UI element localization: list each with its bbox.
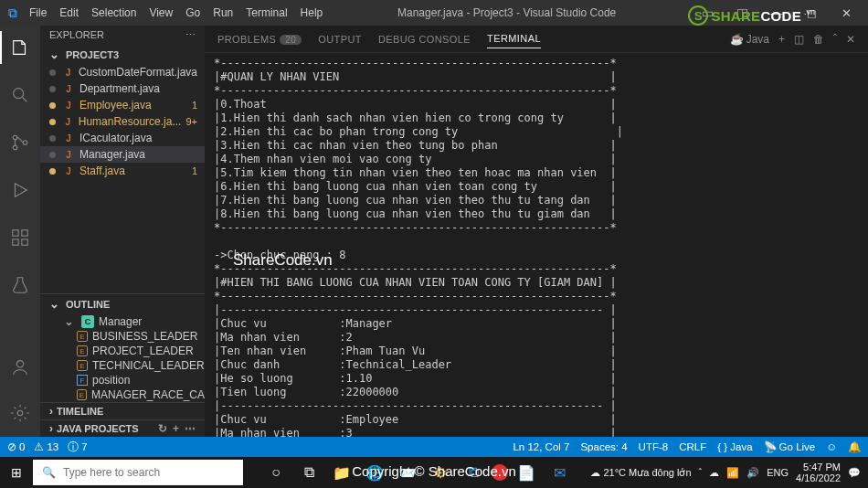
file-name: Manager.java	[79, 148, 145, 161]
activity-run-debug-icon[interactable]	[0, 174, 40, 207]
java-file-icon: J	[62, 148, 75, 161]
tray-language[interactable]: ENG	[767, 467, 789, 478]
file-name: HumanResource.ja...	[79, 115, 182, 128]
menu-run[interactable]: Run	[213, 6, 233, 19]
java-file-icon: J	[62, 115, 74, 128]
outline-symbol-icon: F	[77, 375, 88, 386]
activity-extensions-icon[interactable]	[0, 221, 40, 254]
status-feedback-icon[interactable]: ☺	[826, 441, 837, 452]
terminal-add-icon[interactable]: +	[778, 33, 785, 46]
outline-symbol-icon: E	[77, 389, 87, 400]
app-icon[interactable]: 📨	[393, 459, 422, 486]
status-eol[interactable]: CRLF	[679, 441, 706, 452]
file-item[interactable]: JEmployee.java1	[40, 97, 205, 113]
file-item[interactable]: JManager.java	[40, 146, 205, 163]
menu-selection[interactable]: Selection	[91, 6, 136, 19]
svg-rect-4	[13, 230, 18, 236]
terminal-profile[interactable]: ☕ Java	[730, 33, 769, 46]
terminal-split-icon[interactable]: ◫	[794, 33, 804, 46]
task-view-icon[interactable]: ⧉	[294, 459, 323, 486]
java-projects-section[interactable]: JAVA PROJECTS	[57, 423, 139, 434]
activity-settings-icon[interactable]	[0, 397, 40, 430]
tray-cloud-icon[interactable]: ☁	[709, 467, 719, 479]
panel-close-icon[interactable]: ✕	[846, 33, 855, 46]
tray-volume-icon[interactable]: 🔊	[746, 467, 759, 479]
panel-tab-debug-console[interactable]: DEBUG CONSOLE	[378, 30, 471, 48]
status-cursor[interactable]: Ln 12, Col 7	[513, 441, 569, 452]
file-item[interactable]: JCustomDateFormat.java	[40, 64, 205, 80]
outline-item[interactable]: Fposition	[40, 373, 205, 387]
status-bell-icon[interactable]: 🔔	[848, 440, 861, 453]
app-icon[interactable]: ⚙	[426, 459, 455, 486]
activity-account-icon[interactable]	[0, 351, 40, 384]
status-encoding[interactable]: UTF-8	[639, 441, 669, 452]
tray-notification-icon[interactable]: 💬	[848, 467, 861, 479]
more-icon[interactable]: ⋯	[185, 422, 196, 435]
file-item[interactable]: JICaculator.java	[40, 130, 205, 146]
app-icon[interactable]: ✉	[545, 459, 574, 486]
activity-source-control-icon[interactable]	[0, 126, 40, 159]
java-file-icon: J	[62, 99, 75, 111]
activity-search-icon[interactable]	[0, 79, 40, 111]
chevron-up-icon[interactable]: ˆ	[833, 33, 837, 46]
svg-rect-6	[13, 239, 18, 245]
terminal-trash-icon[interactable]: 🗑	[813, 33, 824, 46]
outline-item-label: PROJECT_LEADER	[92, 345, 194, 357]
tray-chevron-icon[interactable]: ˆ	[699, 467, 703, 478]
activity-testing-icon[interactable]	[0, 269, 40, 302]
svg-point-9	[17, 410, 23, 416]
file-item[interactable]: JHumanResource.ja...9+	[40, 113, 205, 130]
status-language[interactable]: { } Java	[717, 441, 752, 452]
vscode-app-icon[interactable]: ⧉	[459, 459, 488, 486]
outline-item[interactable]: EBUSINESS_LEADER	[40, 329, 205, 344]
app-icon[interactable]: 📁	[327, 459, 356, 486]
status-golive[interactable]: 📡Go Live	[764, 440, 816, 453]
app-icon[interactable]	[492, 464, 508, 481]
menu-terminal[interactable]: Terminal	[246, 6, 287, 19]
status-spaces[interactable]: Spaces: 4	[580, 441, 627, 452]
java-file-icon: J	[62, 82, 75, 95]
windows-start-button[interactable]: ⊞	[0, 457, 33, 488]
activity-explorer-icon[interactable]	[0, 31, 40, 64]
refresh-icon[interactable]: ↻	[158, 422, 167, 435]
tray-wifi-icon[interactable]: 📶	[726, 467, 739, 479]
taskbar-search[interactable]: 🔍 Type here to search	[33, 460, 243, 485]
menu-go[interactable]: Go	[185, 6, 200, 19]
outline-label[interactable]: OUTLINE	[66, 299, 110, 310]
vscode-icon: ⧉	[0, 5, 26, 21]
file-item[interactable]: JStaff.java1	[40, 163, 205, 179]
panel-tab-problems[interactable]: PROBLEMS20	[217, 30, 302, 48]
explorer-more-icon[interactable]: ⋯	[185, 29, 196, 41]
svg-rect-5	[22, 230, 27, 236]
add-icon[interactable]: +	[173, 422, 179, 435]
outline-symbol-icon: E	[77, 345, 88, 356]
tray-clock[interactable]: 5:47 PM 4/16/2022	[796, 461, 841, 483]
java-file-icon: J	[62, 164, 75, 177]
file-item[interactable]: JDepartment.java	[40, 80, 205, 97]
project-name[interactable]: PROJECT3	[66, 49, 119, 60]
terminal-output[interactable]: *---------------------------------------…	[205, 53, 868, 437]
close-button[interactable]: ✕	[830, 0, 863, 26]
status-warnings[interactable]: ⚠13	[34, 440, 58, 453]
panel-tab-terminal[interactable]: TERMINAL	[487, 29, 541, 48]
app-icon[interactable]: 📄	[512, 459, 541, 486]
menu-file[interactable]: File	[29, 6, 47, 19]
weather-widget[interactable]: ☁ 21°C Mưa đông lớn	[590, 467, 691, 479]
panel-tab-output[interactable]: OUTPUT	[318, 30, 362, 48]
menu-view[interactable]: View	[149, 6, 173, 19]
file-name: ICaculator.java	[79, 132, 152, 144]
outline-item[interactable]: EMANAGER_RACE_CA	[40, 387, 205, 402]
outline-root[interactable]: Manager	[99, 315, 142, 328]
search-icon: 🔍	[42, 466, 56, 479]
status-info[interactable]: ⓘ7	[68, 440, 87, 454]
outline-item[interactable]: EPROJECT_LEADER	[40, 344, 205, 358]
outline-item[interactable]: ETECHNICAL_LEADER	[40, 358, 205, 373]
timeline-section[interactable]: TIMELINE	[57, 406, 103, 417]
file-badge: 1	[192, 100, 197, 111]
status-errors[interactable]: ⊘0	[7, 440, 25, 453]
svg-point-1	[13, 135, 17, 140]
cortana-icon[interactable]: ○	[261, 459, 291, 486]
menu-help[interactable]: Help	[301, 6, 323, 19]
menu-edit[interactable]: Edit	[59, 6, 79, 19]
app-icon[interactable]: 🌐	[360, 459, 389, 486]
